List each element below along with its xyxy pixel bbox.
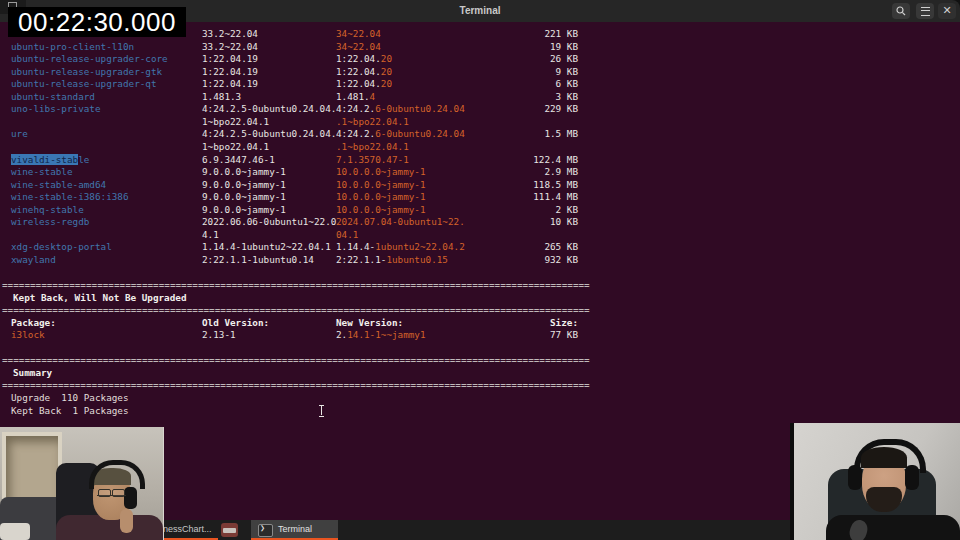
person-hand xyxy=(120,509,133,533)
taskbar-window-button-terminal[interactable]: Terminal xyxy=(251,520,338,540)
new-version: 10.0.0.0~jammy-1 xyxy=(336,166,426,179)
old-version: 4:24.2.5-0ubuntu0.24.04. xyxy=(202,103,336,116)
new-version: 34~22.04 xyxy=(336,41,381,54)
new-version: .1~bpo22.04.1 xyxy=(336,141,409,154)
terminal-icon xyxy=(258,524,273,537)
package-row: 1~bpo22.04.1.1~bpo22.04.1 xyxy=(0,116,960,129)
old-version: 1.481.3 xyxy=(202,91,241,104)
package-row: 4.104.1 xyxy=(0,229,960,242)
person-hair xyxy=(861,447,907,468)
package-name: xwayland xyxy=(11,254,56,267)
old-version: 4.1 xyxy=(202,229,219,242)
package-row: ubuntu-release-upgrader-core1:22.04.191:… xyxy=(0,53,960,66)
taskbar-label: nessChart... xyxy=(163,520,212,538)
old-version: 1:22.04.19 xyxy=(202,66,258,79)
taskbar-label: Terminal xyxy=(278,520,312,538)
package-size: 111.4 MB xyxy=(470,191,578,204)
old-version: 1:22.04.19 xyxy=(202,78,258,91)
glasses xyxy=(97,489,126,496)
old-version: 33.2~22.04 xyxy=(202,41,258,54)
edge-shadow xyxy=(790,423,794,540)
package-name: i3lock xyxy=(11,329,45,342)
package-size: 26 KB xyxy=(470,53,578,66)
package-name: ubuntu-standard xyxy=(11,91,95,104)
header-size: Size: xyxy=(470,317,578,330)
search-icon[interactable] xyxy=(892,3,910,19)
kept-back-title: Kept Back, Will Not Be Upgraded xyxy=(13,292,187,305)
separator-line: ========================================… xyxy=(0,379,960,392)
version-changed-part: .1~bpo22.04.1 xyxy=(336,141,409,152)
new-version: 1:22.04.20 xyxy=(336,53,392,66)
old-version: 1.14.4-1ubuntu2~22.04.1 xyxy=(202,241,331,254)
old-version: 9.0.0.0~jammy-1 xyxy=(202,166,286,179)
version-unchanged-part: 1:22.04. xyxy=(336,78,381,89)
package-row: wine-stable-amd649.0.0.0~jammy-110.0.0.0… xyxy=(0,179,960,192)
package-name: wine-stable-i386:i386 xyxy=(11,191,129,204)
package-size: 2.9 MB xyxy=(470,166,578,179)
version-unchanged-part: 1.14.4- xyxy=(336,241,375,252)
new-version: 04.1 xyxy=(336,229,358,242)
header-new-version: New Version: xyxy=(336,317,403,330)
stopwatch-overlay: 00:22:30.000 xyxy=(8,7,186,37)
app-icon[interactable] xyxy=(221,523,238,537)
header-package: Package: xyxy=(11,317,56,330)
package-size: 1.5 MB xyxy=(470,128,578,141)
package-row: xdg-desktop-portal1.14.4-1ubuntu2~22.04.… xyxy=(0,241,960,254)
old-version: 2:22.1.1-1ubuntu0.14 xyxy=(202,254,314,267)
new-version: 1:22.04.20 xyxy=(336,78,392,91)
version-changed-part: 1ubuntu0.15 xyxy=(386,254,448,265)
summary-line: Upgrade 110 Packages xyxy=(0,392,960,405)
new-version: 1.14.4-1ubuntu2~22.04.2 xyxy=(336,241,465,254)
package-name: ure xyxy=(11,128,28,141)
package-name-rest: le xyxy=(78,154,89,165)
old-version: 9.0.0.0~jammy-1 xyxy=(202,204,286,217)
package-row: ubuntu-release-upgrader-gtk1:22.04.191:2… xyxy=(0,66,960,79)
version-changed-part: 14.1-1~~jammy1 xyxy=(347,329,425,340)
version-unchanged-part: 1.481. xyxy=(336,91,370,102)
old-version: 1:22.04.19 xyxy=(202,53,258,66)
package-name: wine-stable-amd64 xyxy=(11,179,106,192)
package-name: ubuntu-pro-client-l10n xyxy=(11,41,134,54)
package-name: winehq-stable xyxy=(11,204,84,217)
package-size: 229 KB xyxy=(470,103,578,116)
package-name: ubuntu-release-upgrader-gtk xyxy=(11,66,162,79)
new-version: 4:24.2.6-0ubuntu0.24.04 xyxy=(336,128,465,141)
version-changed-part: 10.0.0.0~jammy-1 xyxy=(336,191,426,202)
separator-line: ========================================… xyxy=(0,304,960,317)
package-row: xwayland2:22.1.1-1ubuntu0.142:22.1.1-1ub… xyxy=(0,254,960,267)
version-unchanged-part: 1:22.04. xyxy=(336,66,381,77)
version-unchanged-part: 4:24.2. xyxy=(336,103,375,114)
version-changed-part: 6-0ubuntu0.24.04 xyxy=(375,128,465,139)
new-version: .1~bpo22.04.1 xyxy=(336,116,409,129)
selected-text: vivaldi-stab xyxy=(11,154,78,165)
summary-line: Kept Back 1 Packages xyxy=(0,405,960,418)
new-version: 1:22.04.20 xyxy=(336,66,392,79)
new-version: 34~22.04 xyxy=(336,28,381,41)
old-version: 6.9.3447.46-1 xyxy=(202,154,275,167)
new-version: 7.1.3570.47-1 xyxy=(336,154,409,167)
summary-text: Kept Back 1 Packages xyxy=(11,405,129,418)
version-changed-part: 34~22.04 xyxy=(336,28,381,39)
package-size: 77 KB xyxy=(470,329,578,342)
old-version: 33.2~22.04 xyxy=(202,28,258,41)
version-unchanged-part: 2:22.1.1- xyxy=(336,254,386,265)
version-changed-part: 04.1 xyxy=(336,229,358,240)
summary-title: Summary xyxy=(13,367,52,380)
summary-text: Upgrade 110 Packages xyxy=(11,392,129,405)
version-changed-part: 1ubuntu2~22.04.2 xyxy=(375,241,465,252)
version-changed-part: 2024.07.04-0ubuntu1~22. xyxy=(336,216,465,227)
package-row: ubuntu-pro-client-l10n33.2~22.0434~22.04… xyxy=(0,41,960,54)
new-version: 2:22.1.1-1ubuntu0.15 xyxy=(336,254,448,267)
package-size: 19 KB xyxy=(470,41,578,54)
webcam-left xyxy=(0,427,164,540)
menu-icon[interactable] xyxy=(916,3,934,19)
package-size: 118.5 MB xyxy=(470,179,578,192)
close-icon[interactable]: ✕ xyxy=(938,3,956,19)
package-name: wine-stable xyxy=(11,166,73,179)
new-version: 10.0.0.0~jammy-1 xyxy=(336,191,426,204)
headphones-earcup xyxy=(905,465,919,490)
package-name: wireless-regdb xyxy=(11,216,89,229)
separator: ========================================… xyxy=(2,304,590,317)
package-row: wine-stable-i386:i3869.0.0.0~jammy-110.0… xyxy=(0,191,960,204)
new-version: 1.481.4 xyxy=(336,91,375,104)
